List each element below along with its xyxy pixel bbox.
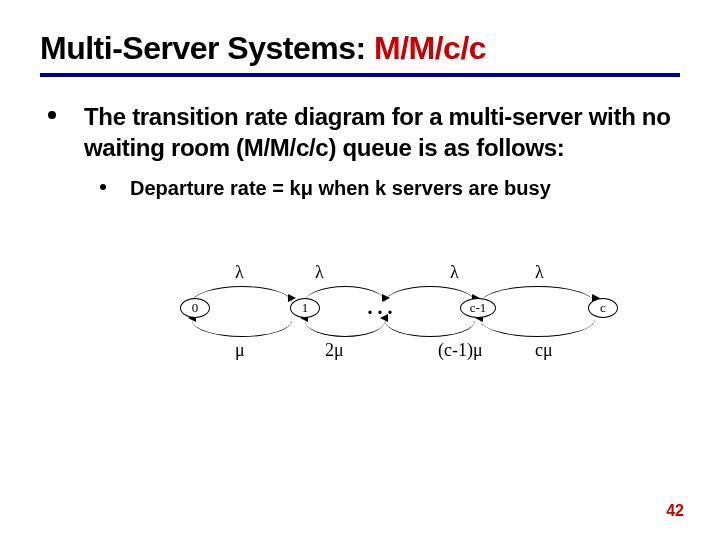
transition-diagram: 0 1 . . . c-1 c λ λ λ λ μ 2μ (c-1)μ cμ xyxy=(160,256,660,376)
mu-label-1: μ xyxy=(235,340,245,361)
lambda-label-1: λ xyxy=(235,262,244,283)
state-c: c xyxy=(588,298,618,318)
bullet-icon xyxy=(48,111,56,119)
title-text-red: M/M/c/c xyxy=(374,30,486,66)
slide: Multi-Server Systems: M/M/c/c The transi… xyxy=(0,0,720,540)
sub-bullet-icon xyxy=(100,184,106,190)
mu-label-4: cμ xyxy=(535,340,553,361)
sub-bullet-text: Departure rate = kμ when k servers are b… xyxy=(130,175,551,201)
page-number: 42 xyxy=(666,502,684,520)
mu-label-3: (c-1)μ xyxy=(438,340,483,361)
title-underline xyxy=(40,73,680,77)
lambda-label-2: λ xyxy=(315,262,324,283)
title-text-black: Multi-Server Systems: xyxy=(40,30,374,66)
lambda-label-3: λ xyxy=(450,262,459,283)
mu-label-2: 2μ xyxy=(325,340,344,361)
slide-title: Multi-Server Systems: M/M/c/c xyxy=(40,30,680,67)
departure-arc-c-c1 xyxy=(480,306,595,337)
sub-bullet: Departure rate = kμ when k servers are b… xyxy=(100,175,680,201)
main-bullet: The transition rate diagram for a multi-… xyxy=(40,101,680,163)
lambda-label-4: λ xyxy=(535,262,544,283)
bullet-text: The transition rate diagram for a multi-… xyxy=(84,101,680,163)
